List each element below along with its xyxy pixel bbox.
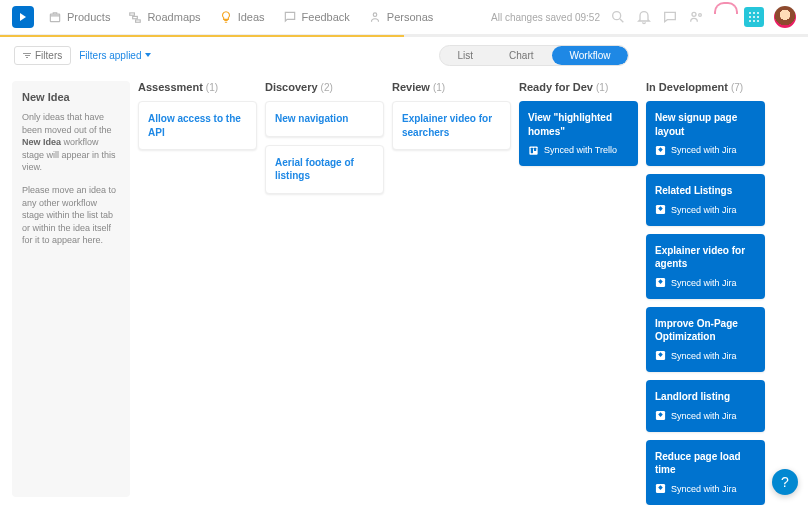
svg-point-7 xyxy=(699,14,702,17)
roadmap-icon xyxy=(128,10,142,24)
sync-line: Synced with Jira xyxy=(655,277,756,289)
filters-button[interactable]: Filters xyxy=(14,46,71,65)
sync-line: Synced with Jira xyxy=(655,144,756,156)
column-in-development: In Development (7) New signup page layou… xyxy=(646,81,765,497)
intro-column: New Idea Only ideas that have been moved… xyxy=(12,81,130,497)
help-button[interactable]: ? xyxy=(772,469,798,495)
user-avatar[interactable] xyxy=(774,6,796,28)
nav-label: Ideas xyxy=(238,11,265,23)
view-workflow[interactable]: Workflow xyxy=(552,46,629,65)
nav-label: Roadmaps xyxy=(147,11,200,23)
kanban-board: New Idea Only ideas that have been moved… xyxy=(0,73,808,505)
idea-card[interactable]: Aerial footage of listings xyxy=(265,145,384,194)
jira-icon xyxy=(655,204,666,215)
svg-point-15 xyxy=(753,20,755,22)
svg-rect-0 xyxy=(50,14,59,22)
filters-applied-label: Filters applied xyxy=(79,50,141,61)
column-count: (1) xyxy=(206,82,218,93)
column-count: (1) xyxy=(596,82,608,93)
apps-icon[interactable] xyxy=(744,7,764,27)
svg-point-4 xyxy=(373,13,377,16)
settings-icon[interactable] xyxy=(688,9,704,25)
view-toggle: List Chart Workflow xyxy=(439,45,630,66)
sync-line: Synced with Jira xyxy=(655,410,756,422)
column-header: Review (1) xyxy=(392,81,511,93)
svg-point-5 xyxy=(613,12,621,20)
filters-applied[interactable]: Filters applied xyxy=(79,50,150,61)
save-status: All changes saved 09:52 xyxy=(491,12,600,23)
nav-products[interactable]: Products xyxy=(48,10,110,24)
box-icon xyxy=(48,10,62,24)
trello-icon xyxy=(528,145,539,156)
idea-card[interactable]: Explainer video for agents Synced with J… xyxy=(646,234,765,299)
column-review: Review (1) Explainer video for searchers xyxy=(392,81,511,497)
help-icon: ? xyxy=(781,474,789,490)
nav-feedback[interactable]: Feedback xyxy=(283,10,350,24)
idea-card[interactable]: Landlord listing Synced with Jira xyxy=(646,380,765,432)
column-title: Discovery xyxy=(265,81,318,93)
svg-point-11 xyxy=(749,16,751,18)
svg-point-12 xyxy=(753,16,755,18)
nav-label: Products xyxy=(67,11,110,23)
nav-ideas[interactable]: Ideas xyxy=(219,10,265,24)
svg-rect-2 xyxy=(133,16,138,18)
nav-right: All changes saved 09:52 xyxy=(491,6,796,28)
svg-rect-1 xyxy=(130,13,135,15)
idea-card[interactable]: New signup page layout Synced with Jira xyxy=(646,101,765,166)
svg-rect-19 xyxy=(534,147,536,150)
jira-icon xyxy=(655,350,666,361)
idea-card[interactable]: Improve On-Page Optimization Synced with… xyxy=(646,307,765,372)
idea-card[interactable]: Reduce page load time Synced with Jira xyxy=(646,440,765,505)
column-header: Assessment (1) xyxy=(138,81,257,93)
jira-icon xyxy=(655,410,666,421)
filters-button-label: Filters xyxy=(35,50,62,61)
column-header: Ready for Dev (1) xyxy=(519,81,638,93)
svg-point-10 xyxy=(757,12,759,14)
nav-items: Products Roadmaps Ideas Feedback Persona… xyxy=(48,10,433,24)
column-assessment: Assessment (1) Allow access to the API xyxy=(138,81,257,497)
presence-indicator-icon xyxy=(714,15,734,19)
app-logo-icon[interactable] xyxy=(12,6,34,28)
column-count: (1) xyxy=(433,82,445,93)
nav-personas[interactable]: Personas xyxy=(368,10,433,24)
idea-card[interactable]: New navigation xyxy=(265,101,384,137)
column-title: Assessment xyxy=(138,81,203,93)
svg-point-16 xyxy=(757,20,759,22)
svg-rect-18 xyxy=(531,147,533,153)
column-count: (2) xyxy=(321,82,333,93)
view-list[interactable]: List xyxy=(440,46,492,65)
message-icon[interactable] xyxy=(662,9,678,25)
column-title: Review xyxy=(392,81,430,93)
top-nav: Products Roadmaps Ideas Feedback Persona… xyxy=(0,0,808,35)
idea-card[interactable]: View "highlighted homes" Synced with Tre… xyxy=(519,101,638,166)
bell-icon[interactable] xyxy=(636,9,652,25)
sync-line: Synced with Jira xyxy=(655,204,756,216)
view-chart[interactable]: Chart xyxy=(491,46,551,65)
column-title: In Development xyxy=(646,81,728,93)
sync-line: Synced with Trello xyxy=(528,144,629,156)
nav-label: Feedback xyxy=(302,11,350,23)
column-count: (7) xyxy=(731,82,743,93)
search-icon[interactable] xyxy=(610,9,626,25)
idea-card[interactable]: Related Listings Synced with Jira xyxy=(646,174,765,226)
sync-line: Synced with Jira xyxy=(655,483,756,495)
filter-icon xyxy=(23,53,31,58)
svg-point-13 xyxy=(757,16,759,18)
idea-card[interactable]: Allow access to the API xyxy=(138,101,257,150)
idea-card[interactable]: Explainer video for searchers xyxy=(392,101,511,150)
intro-title: New Idea xyxy=(22,91,120,103)
jira-icon xyxy=(655,145,666,156)
person-icon xyxy=(368,10,382,24)
svg-rect-17 xyxy=(529,146,537,154)
svg-rect-3 xyxy=(136,20,141,22)
sync-line: Synced with Jira xyxy=(655,350,756,362)
chevron-down-icon xyxy=(145,53,151,57)
nav-roadmaps[interactable]: Roadmaps xyxy=(128,10,200,24)
svg-point-9 xyxy=(753,12,755,14)
column-header: Discovery (2) xyxy=(265,81,384,93)
column-discovery: Discovery (2) New navigation Aerial foot… xyxy=(265,81,384,497)
svg-point-14 xyxy=(749,20,751,22)
column-ready-for-dev: Ready for Dev (1) View "highlighted home… xyxy=(519,81,638,497)
intro-paragraph-1: Only ideas that have been moved out of t… xyxy=(22,111,120,174)
nav-label: Personas xyxy=(387,11,433,23)
